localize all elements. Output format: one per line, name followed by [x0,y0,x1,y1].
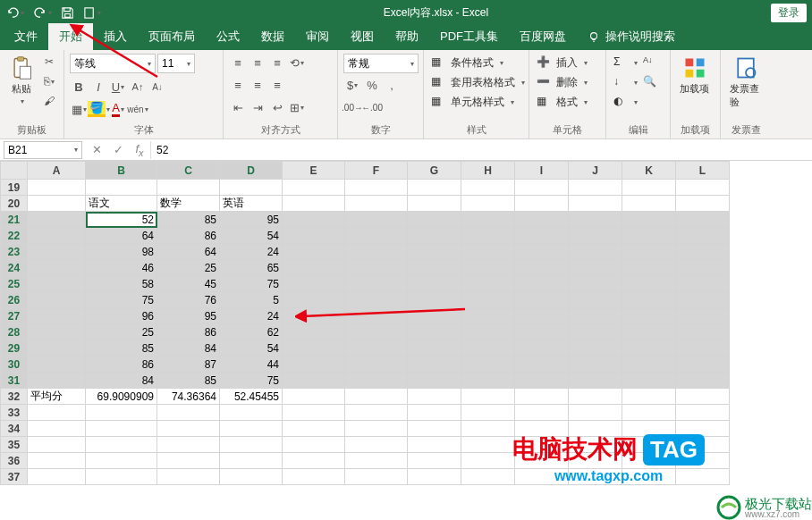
cell-D34[interactable] [220,421,283,437]
wrap-text-icon[interactable]: ↩ [268,98,286,116]
cell-D28[interactable]: 62 [220,324,283,340]
cell-D21[interactable]: 95 [220,212,283,228]
cell-H20[interactable] [461,196,515,212]
cell-C20[interactable]: 数学 [157,196,220,212]
cell-I26[interactable] [515,292,569,308]
cell-C36[interactable] [157,453,220,469]
cell-E19[interactable] [283,180,345,196]
fill-button[interactable]: ↓▾ 🔍 [612,73,659,91]
cell-L22[interactable] [676,228,730,244]
cell-J30[interactable] [569,356,622,373]
cell-K28[interactable] [622,324,676,340]
cell-B25[interactable]: 58 [86,276,157,292]
increase-indent-icon[interactable]: ⇥ [249,98,266,116]
tab-view[interactable]: 视图 [340,23,385,50]
row-header-27[interactable]: 27 [1,308,28,324]
addin-button[interactable]: 加载项 [676,54,713,97]
row-header-32[interactable]: 32 [1,389,28,405]
paste-button[interactable]: 粘贴 ▾ [5,54,38,107]
cell-C34[interactable] [157,421,220,437]
copy-icon[interactable]: ⎘▾ [41,73,57,89]
worksheet[interactable]: ABCDEFGHIJKL1920语文数学英语215285952264865423… [0,161,812,520]
tab-insert[interactable]: 插入 [93,23,138,50]
cell-G21[interactable] [408,212,461,228]
cell-L25[interactable] [676,276,730,292]
cell-E29[interactable] [283,340,345,356]
autosum-button[interactable]: Σ▾ A↓ [612,54,659,71]
bold-icon[interactable]: B [70,78,88,96]
column-header-L[interactable]: L [676,162,730,180]
decrease-decimal-icon[interactable]: ←.00 [363,98,381,116]
font-name-combo[interactable]: 等线▾ [70,54,156,73]
cell-G36[interactable] [408,453,461,469]
cell-H31[interactable] [461,373,515,389]
cell-H30[interactable] [461,356,515,373]
cell-I33[interactable] [515,405,569,421]
cell-D19[interactable] [220,180,283,196]
cell-D32[interactable]: 52.45455 [220,389,283,405]
cell-B28[interactable]: 25 [86,324,157,340]
cell-D23[interactable]: 24 [220,244,283,260]
cell-H21[interactable] [461,212,515,228]
cell-C23[interactable]: 64 [157,244,220,260]
cell-F30[interactable] [345,356,408,373]
cell-A22[interactable] [28,228,86,244]
cell-F23[interactable] [345,244,408,260]
align-right-icon[interactable]: ≡ [268,76,286,94]
cell-B20[interactable]: 语文 [86,196,157,212]
cell-C21[interactable]: 85 [157,212,220,228]
cell-J27[interactable] [569,308,622,324]
comma-icon[interactable]: , [383,76,401,94]
cell-E35[interactable] [283,437,345,453]
cut-icon[interactable]: ✂ [41,54,57,70]
cell-K22[interactable] [622,228,676,244]
cell-E33[interactable] [283,405,345,421]
cell-E26[interactable] [283,292,345,308]
cell-styles-button[interactable]: ▦单元格样式▾ [429,93,527,111]
cell-A33[interactable] [28,405,86,421]
cell-I31[interactable] [515,373,569,389]
column-header-F[interactable]: F [345,162,408,180]
cell-C32[interactable]: 74.36364 [157,389,220,405]
cell-L33[interactable] [676,405,730,421]
align-left-icon[interactable]: ≡ [229,76,247,94]
cell-E21[interactable] [283,212,345,228]
cell-I30[interactable] [515,356,569,373]
cell-K27[interactable] [622,308,676,324]
tab-baidu[interactable]: 百度网盘 [509,23,577,50]
cell-A30[interactable] [28,356,86,373]
font-color-icon[interactable]: A▾ [109,100,127,118]
row-header-24[interactable]: 24 [1,260,28,276]
cell-H33[interactable] [461,405,515,421]
cell-D26[interactable]: 5 [220,292,283,308]
cell-L29[interactable] [676,340,730,356]
italic-icon[interactable]: I [89,78,107,96]
cell-G37[interactable] [408,469,461,485]
cell-H28[interactable] [461,324,515,340]
cell-D27[interactable]: 24 [220,308,283,324]
row-header-31[interactable]: 31 [1,373,28,389]
cell-H24[interactable] [461,260,515,276]
cell-E30[interactable] [283,356,345,373]
cell-F33[interactable] [345,405,408,421]
fx-icon[interactable]: fx [129,141,150,159]
cell-E37[interactable] [283,469,345,485]
cell-G35[interactable] [408,437,461,453]
cell-H23[interactable] [461,244,515,260]
cell-E32[interactable] [283,389,345,405]
cell-B24[interactable]: 46 [86,260,157,276]
percent-icon[interactable]: % [363,76,381,94]
cell-L21[interactable] [676,212,730,228]
formula-input[interactable]: 52 [150,141,812,159]
cancel-formula-icon[interactable]: ✕ [86,141,107,159]
cell-G30[interactable] [408,356,461,373]
increase-decimal-icon[interactable]: .00→ [343,98,361,116]
row-header-26[interactable]: 26 [1,292,28,308]
cell-C30[interactable]: 87 [157,356,220,373]
format-cells-button[interactable]: ▦格式▾ [535,93,589,111]
align-middle-icon[interactable]: ≡ [249,54,266,71]
cell-J22[interactable] [569,228,622,244]
cell-C19[interactable] [157,180,220,196]
enter-formula-icon[interactable]: ✓ [107,141,129,159]
underline-icon[interactable]: U▾ [109,78,127,96]
